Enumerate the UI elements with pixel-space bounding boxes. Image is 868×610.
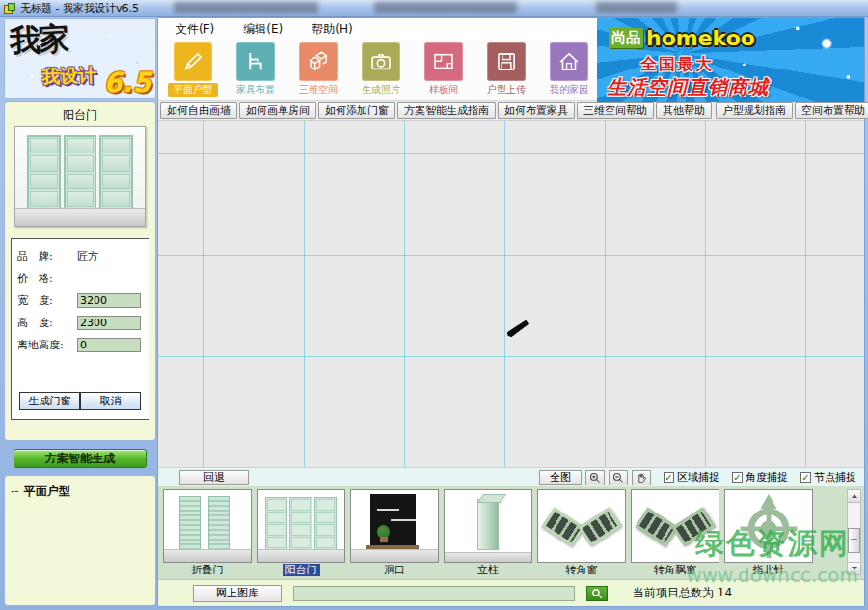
tool-furniture[interactable]: 家具布置 — [231, 42, 281, 100]
door-preview-image — [14, 126, 146, 227]
tab-draw-wall[interactable]: 如何自由画墙 — [160, 102, 237, 119]
app-icon — [4, 3, 16, 14]
search-button[interactable] — [586, 586, 608, 601]
camera-icon — [362, 42, 400, 81]
snap-region-toggle[interactable]: ✓ 区域捕捉 — [664, 470, 719, 485]
tool-sample-room[interactable]: 样板间 — [419, 42, 469, 100]
height-input[interactable] — [77, 316, 141, 330]
tool-3d-space[interactable]: 三维空间 — [293, 42, 343, 100]
sidebar: 我家 我设计 6.5 阳台门 品 牌: — [3, 17, 157, 607]
floorplan-tree-panel: -- 平面户型 — [4, 475, 156, 606]
checkbox-checked-icon: ✓ — [664, 472, 674, 483]
snap-node-toggle[interactable]: ✓ 节点捕捉 — [800, 470, 856, 485]
wall-opening-preview — [350, 489, 439, 563]
floor-height-row: 离地高度: — [17, 338, 143, 352]
title-bar: 无标题 - 我家我设计v6.5 — [0, 0, 868, 17]
checkbox-checked-icon: ✓ — [732, 472, 743, 483]
scroll-up-button[interactable] — [848, 490, 860, 503]
zoom-in-button[interactable] — [585, 470, 605, 485]
tab-3d-help[interactable]: 三维空间帮助 — [577, 102, 654, 119]
tab-space-help[interactable]: 空间布置帮助 — [795, 102, 868, 119]
thumbnail-column[interactable]: 立柱 — [444, 489, 532, 577]
tab-plan-guide[interactable]: 户型规划指南 — [716, 102, 793, 119]
fit-view-button[interactable]: 全图 — [539, 470, 582, 485]
column-preview — [444, 489, 532, 563]
tab-smart-guide[interactable]: 方案智能生成指南 — [397, 102, 496, 119]
menu-help[interactable]: 帮助(H) — [312, 21, 352, 38]
bottom-bar: 网上图库 当前项目总数为 14 — [158, 579, 864, 606]
snap-angle-toggle[interactable]: ✓ 角度捕捉 — [732, 470, 788, 485]
width-input[interactable] — [77, 293, 141, 308]
logo-text-sub: 我设计 — [41, 63, 97, 90]
tab-add-door-window[interactable]: 如何添加门窗 — [318, 102, 395, 119]
thumbnail-corner-window[interactable]: 转角窗 — [537, 489, 626, 577]
thumbnail-scrollbar[interactable] — [847, 489, 861, 575]
tab-furniture-help[interactable]: 如何布置家具 — [498, 102, 575, 119]
thumbnail-corner-bay-window[interactable]: 转角飘窗 — [631, 489, 719, 577]
pencil-cursor — [505, 319, 529, 339]
zoom-out-button[interactable] — [609, 470, 628, 485]
house-icon — [550, 42, 588, 81]
panel-title: 阳台门 — [9, 105, 151, 126]
compass-icon — [725, 490, 812, 562]
folding-door-preview — [163, 489, 252, 563]
properties-form: 品 牌: 匠方 价 格: 宽 度: 高 度: — [11, 238, 149, 420]
banner-line2: 生活空间直销商城 — [607, 74, 769, 100]
thumbnail-folding-door[interactable]: 折叠门 — [163, 489, 252, 577]
floor-height-input[interactable] — [77, 338, 141, 352]
tool-photo[interactable]: 生成照片 — [356, 42, 406, 100]
chair-icon — [236, 42, 275, 81]
price-row: 价 格: — [17, 271, 143, 286]
scroll-down-button[interactable] — [848, 562, 860, 574]
thumbnail-balcony-door[interactable]: 阳台门 — [257, 489, 345, 577]
thumbnail-compass[interactable]: 指北针 — [724, 489, 813, 577]
snap-region-label: 区域捕捉 — [677, 470, 719, 485]
tab-single-room[interactable]: 如何画单房间 — [239, 102, 316, 119]
brand-row: 品 牌: 匠方 — [17, 249, 143, 263]
tree-node-floorplan[interactable]: 平面户型 — [24, 485, 70, 498]
menu-edit[interactable]: 编辑(E) — [243, 21, 283, 38]
hand-icon — [636, 472, 647, 484]
compass-preview — [724, 489, 813, 563]
width-label: 宽 度: — [17, 293, 77, 308]
thumbnail-wall-opening[interactable]: 洞口 — [350, 489, 439, 577]
pan-button[interactable] — [632, 470, 651, 485]
project-count-text: 当前项目总数为 14 — [633, 585, 732, 601]
balcony-door-preview — [257, 489, 345, 563]
tab-other-help[interactable]: 其他帮助 — [656, 102, 712, 119]
tool-floorplan[interactable]: 平面户型 — [168, 42, 218, 100]
room-icon — [424, 42, 463, 81]
cancel-button[interactable]: 取消 — [80, 392, 141, 410]
pencil-icon — [174, 42, 212, 81]
menu-file[interactable]: 文件(F) — [176, 21, 214, 38]
floppy-icon — [487, 42, 526, 81]
drawing-canvas[interactable] — [158, 121, 864, 467]
promo-banner[interactable]: 尚品 homekoo 全国最大 生活空间直销商城 — [597, 18, 864, 102]
smart-generate-button[interactable]: 方案智能生成 — [14, 449, 147, 468]
undo-button[interactable]: 回退 — [179, 470, 249, 485]
height-label: 高 度: — [17, 316, 77, 330]
help-tab-bar: 如何自由画墙 如何画单房间 如何添加门窗 方案智能生成指南 如何布置家具 三维空… — [158, 101, 864, 121]
corner-window-preview — [537, 489, 626, 563]
main-area: 文件(F) 编辑(E) 帮助(H) 平面户型 家具布置 — [157, 17, 865, 607]
door-properties-panel: 阳台门 品 牌: 匠方 价 格: — [4, 101, 156, 441]
brand-label: 品 牌: — [17, 249, 77, 263]
snap-node-label: 节点捕捉 — [814, 470, 856, 485]
zoom-in-icon — [589, 472, 601, 484]
tool-my-home[interactable]: 我的家园 — [544, 42, 594, 100]
app-logo: 我家 我设计 6.5 — [4, 18, 156, 99]
generate-door-button[interactable]: 生成门窗 — [19, 392, 80, 410]
height-row: 高 度: — [17, 316, 143, 330]
tree-node-marker: -- — [11, 485, 19, 498]
scrollbar-thumb[interactable] — [848, 528, 860, 553]
brand-value: 匠方 — [77, 249, 98, 263]
width-row: 宽 度: — [17, 293, 143, 308]
component-thumbnail-strip: 折叠门 阳台门 — [158, 486, 864, 579]
gallery-search-input[interactable] — [293, 586, 575, 601]
tool-upload[interactable]: 户型上传 — [481, 42, 531, 100]
redacted-blur — [174, 2, 318, 14]
window-title: 无标题 - 我家我设计v6.5 — [20, 1, 139, 15]
online-gallery-button[interactable]: 网上图库 — [193, 585, 282, 602]
scrollbar-track[interactable] — [848, 503, 860, 562]
snap-angle-label: 角度捕捉 — [746, 470, 788, 485]
